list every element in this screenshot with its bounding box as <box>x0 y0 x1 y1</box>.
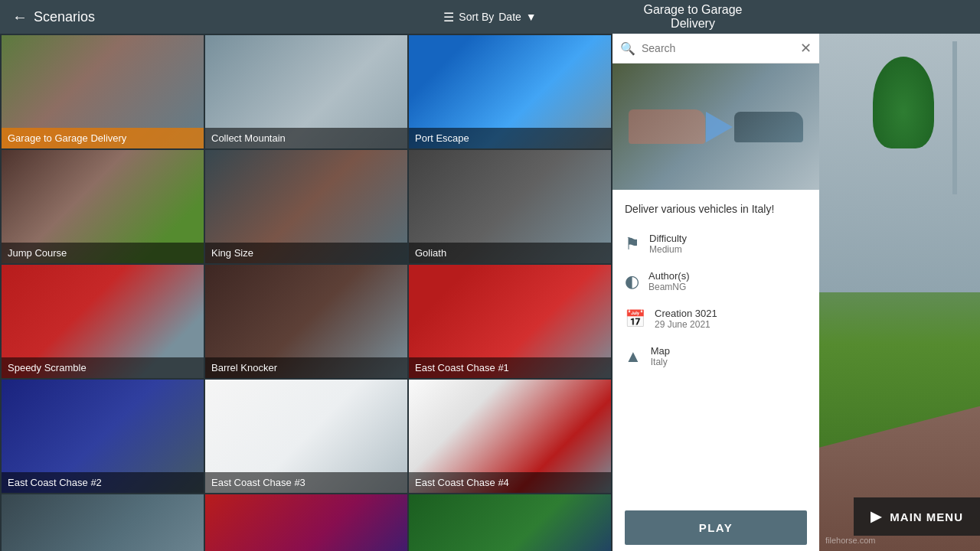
authors-info: Author(s) BeamNG <box>648 270 689 292</box>
scenario-item-jump-course[interactable]: Jump Course <box>2 150 204 263</box>
header-title: Scenarios <box>34 9 95 25</box>
creation-row: 📅 Creation 3021 29 June 2021 <box>625 308 807 330</box>
main-layout: Garage to Garage DeliveryCollect Mountai… <box>0 34 980 551</box>
calendar-icon: 📅 <box>625 309 645 329</box>
play-button[interactable]: PLAY <box>625 510 807 545</box>
close-icon[interactable]: ✕ <box>800 40 812 57</box>
pole <box>952 41 957 194</box>
main-menu-label: MAIN MENU <box>890 510 963 523</box>
sort-value: Date <box>498 11 521 23</box>
car-a-shape <box>629 109 705 144</box>
scenario-label-barrel-knocker: Barrel Knocker <box>205 357 407 378</box>
scenario-label-port-escape: Port Escape <box>409 128 611 148</box>
scenario-label-garage-delivery: Garage to Garage Delivery <box>2 128 204 148</box>
search-icon: 🔍 <box>620 41 635 56</box>
scenario-item-collect-mountain[interactable]: Collect Mountain <box>205 35 407 148</box>
difficulty-label: Difficulty <box>649 233 687 244</box>
sort-icon: ☰ <box>443 10 454 24</box>
scenario-item-extra1[interactable] <box>2 494 204 551</box>
scenario-label-collect-mountain: Collect Mountain <box>205 128 407 148</box>
arrow-shape <box>706 112 733 142</box>
scenario-label-speedy-scramble: Speedy Scramble <box>2 357 204 378</box>
scenario-label-east-coast-4: East Coast Chase #4 <box>409 472 611 493</box>
scenario-label-jump-course: Jump Course <box>2 243 204 263</box>
flag-icon: ⚑ <box>625 234 640 254</box>
difficulty-row: ⚑ Difficulty Medium <box>625 233 807 255</box>
scenario-label-king-size: King Size <box>205 243 407 263</box>
detail-panel-title: Garage to Garage Delivery <box>620 3 766 31</box>
sort-control[interactable]: ☰ Sort By Date ▼ <box>443 10 536 24</box>
scenario-item-east-coast-4[interactable]: East Coast Chase #4 <box>409 380 611 493</box>
authors-row: ◐ Author(s) BeamNG <box>625 270 807 292</box>
map-row: ▲ Map Italy <box>625 345 807 367</box>
back-icon: ← <box>12 8 28 26</box>
scenario-item-king-size[interactable]: King Size <box>205 150 407 263</box>
background-scene: ▶ MAIN MENU filehorse.com <box>819 34 980 551</box>
scenario-thumb-extra2 <box>205 494 407 551</box>
difficulty-info: Difficulty Medium <box>649 233 687 255</box>
tree <box>873 57 934 148</box>
scenario-label-east-coast-3: East Coast Chase #3 <box>205 472 407 493</box>
creation-label: Creation 3021 <box>655 308 717 319</box>
scenario-item-goliath[interactable]: Goliath <box>409 150 611 263</box>
map-label: Map <box>651 345 670 357</box>
detail-content: Deliver various vehicles in Italy! ⚑ Dif… <box>612 190 819 504</box>
detail-panel: 🔍 ✕ Deliver various vehicles in Italy! ⚑… <box>612 34 819 551</box>
scenario-item-east-coast-1[interactable]: East Coast Chase #1 <box>409 265 611 378</box>
car-b-shape <box>734 112 803 142</box>
person-icon: ◐ <box>625 272 639 292</box>
scenarios-grid: Garage to Garage DeliveryCollect Mountai… <box>0 34 612 551</box>
header: ← Scenarios ☰ Sort By Date ▼ Garage to G… <box>0 0 980 34</box>
scenario-item-port-escape[interactable]: Port Escape <box>409 35 611 148</box>
authors-value: BeamNG <box>648 282 689 292</box>
scenario-item-extra3[interactable] <box>409 494 611 551</box>
scenario-label-goliath: Goliath <box>409 243 611 263</box>
scenario-label-east-coast-2: East Coast Chase #2 <box>2 472 204 493</box>
scenario-description: Deliver various vehicles in Italy! <box>625 202 807 217</box>
scenario-thumb-extra3 <box>409 494 611 551</box>
scenario-item-east-coast-3[interactable]: East Coast Chase #3 <box>205 380 407 493</box>
creation-date: 29 June 2021 <box>655 319 717 330</box>
detail-image <box>612 64 819 190</box>
back-button[interactable]: ← Scenarios <box>12 8 95 26</box>
detail-image-overlay <box>612 64 819 190</box>
scenarios-panel[interactable]: Garage to Garage DeliveryCollect Mountai… <box>0 34 612 551</box>
search-input[interactable] <box>642 42 794 54</box>
scenario-item-east-coast-2[interactable]: East Coast Chase #2 <box>2 380 204 493</box>
chevron-down-icon: ▼ <box>526 11 537 23</box>
authors-label: Author(s) <box>648 270 689 282</box>
map-icon: ▲ <box>625 347 642 367</box>
sort-label: Sort By <box>459 11 494 23</box>
map-value: Italy <box>651 357 670 367</box>
scenario-item-barrel-knocker[interactable]: Barrel Knocker <box>205 265 407 378</box>
scenario-item-speedy-scramble[interactable]: Speedy Scramble <box>2 265 204 378</box>
watermark: filehorse.com <box>825 536 875 545</box>
difficulty-value: Medium <box>649 244 687 255</box>
scenario-label-east-coast-1: East Coast Chase #1 <box>409 357 611 378</box>
scenario-item-garage-delivery[interactable]: Garage to Garage Delivery <box>2 35 204 148</box>
main-menu-button[interactable]: ▶ MAIN MENU <box>854 497 980 536</box>
main-menu-icon: ▶ <box>871 508 882 525</box>
search-bar[interactable]: 🔍 ✕ <box>612 34 819 64</box>
scenario-thumb-extra1 <box>2 494 204 551</box>
map-info: Map Italy <box>651 345 670 367</box>
scenario-item-extra2[interactable] <box>205 494 407 551</box>
creation-info: Creation 3021 29 June 2021 <box>655 308 717 330</box>
